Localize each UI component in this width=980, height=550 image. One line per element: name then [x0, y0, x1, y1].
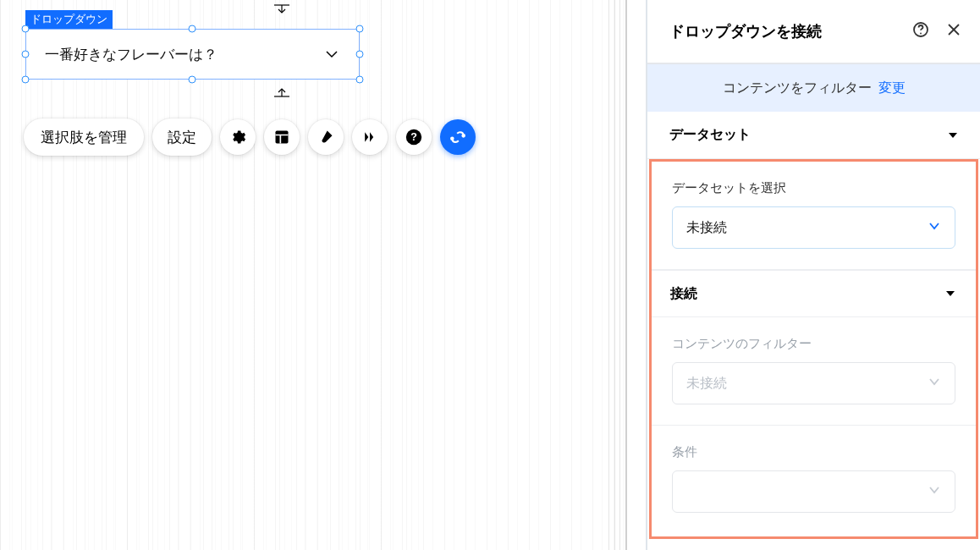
resize-handle[interactable]	[356, 51, 364, 58]
manage-options-button[interactable]: 選択肢を管理	[24, 118, 144, 156]
section-dataset-label: データセット	[669, 126, 751, 144]
element-toolbar: 選択肢を管理 設定 ?	[24, 118, 476, 156]
fade	[647, 538, 980, 550]
section-dataset-header[interactable]: データセット	[647, 112, 980, 159]
caret-down-icon	[948, 128, 958, 143]
filter-label: コンテンツのフィルター	[672, 336, 955, 352]
highlighted-region: データセットを選択 未接続 接続 コンテンツのフィルター 未接続 条件	[649, 159, 978, 539]
dropdown-element[interactable]: 一番好きなフレーバーは？	[25, 29, 360, 80]
svg-point-8	[451, 137, 454, 140]
svg-marker-15	[946, 291, 955, 296]
chevron-down-icon	[928, 219, 941, 236]
editor-canvas[interactable]: ドロップダウン 一番好きなフレーバーは？ 選択肢を管理 設定 ?	[0, 0, 626, 550]
anchor-top-icon[interactable]	[273, 3, 291, 15]
filter-field: コンテンツのフィルター 未接続	[652, 317, 976, 426]
filter-banner: コンテンツをフィルター 変更	[647, 64, 980, 112]
svg-point-9	[462, 135, 465, 137]
help-icon[interactable]: ?	[396, 119, 432, 155]
dataset-select-label: データセットを選択	[672, 180, 955, 196]
settings-button[interactable]: 設定	[152, 118, 212, 156]
animation-icon[interactable]	[352, 119, 388, 155]
connect-panel: ドロップダウンを接続 コンテンツをフィルター 変更 データセット データセットを…	[647, 0, 980, 550]
banner-change-link[interactable]: 変更	[878, 80, 906, 97]
resize-handle[interactable]	[22, 76, 30, 84]
panel-title: ドロップダウンを接続	[669, 21, 822, 41]
resize-handle[interactable]	[189, 25, 196, 33]
close-icon[interactable]	[946, 22, 961, 41]
filter-select-value: 未接続	[686, 375, 727, 393]
dataset-field: データセットを選択 未接続	[652, 162, 976, 270]
banner-text: コンテンツをフィルター	[723, 80, 872, 97]
resize-handle[interactable]	[356, 76, 364, 84]
layout-icon[interactable]	[264, 119, 300, 155]
condition-select[interactable]	[672, 470, 955, 513]
resize-handle[interactable]	[189, 76, 196, 84]
panel-header: ドロップダウンを接続	[647, 0, 980, 64]
dataset-select[interactable]: 未接続	[672, 206, 955, 249]
anchor-bottom-icon[interactable]	[273, 86, 291, 98]
svg-text:?: ?	[410, 131, 417, 143]
resize-handle[interactable]	[356, 25, 364, 33]
caret-down-icon	[945, 286, 955, 301]
filter-select[interactable]: 未接続	[672, 362, 955, 404]
svg-point-11	[920, 33, 922, 35]
svg-marker-14	[949, 133, 957, 138]
resize-handle[interactable]	[22, 25, 30, 33]
help-icon[interactable]	[912, 21, 929, 41]
resize-handle[interactable]	[22, 51, 30, 58]
chevron-down-icon	[928, 483, 941, 500]
gear-icon[interactable]	[220, 119, 256, 155]
section-connect-label: 接続	[670, 285, 697, 303]
brush-icon[interactable]	[308, 119, 344, 155]
chevron-down-icon	[323, 46, 340, 63]
dataset-select-value: 未接続	[686, 219, 727, 237]
condition-label: 条件	[672, 444, 955, 460]
connect-data-icon[interactable]	[440, 119, 476, 155]
dropdown-placeholder: 一番好きなフレーバーは？	[45, 45, 217, 64]
chevron-down-icon	[928, 375, 941, 392]
selected-element-type-label: ドロップダウン	[25, 10, 113, 29]
condition-field: 条件	[652, 426, 976, 533]
section-connect-header[interactable]: 接続	[652, 270, 976, 317]
